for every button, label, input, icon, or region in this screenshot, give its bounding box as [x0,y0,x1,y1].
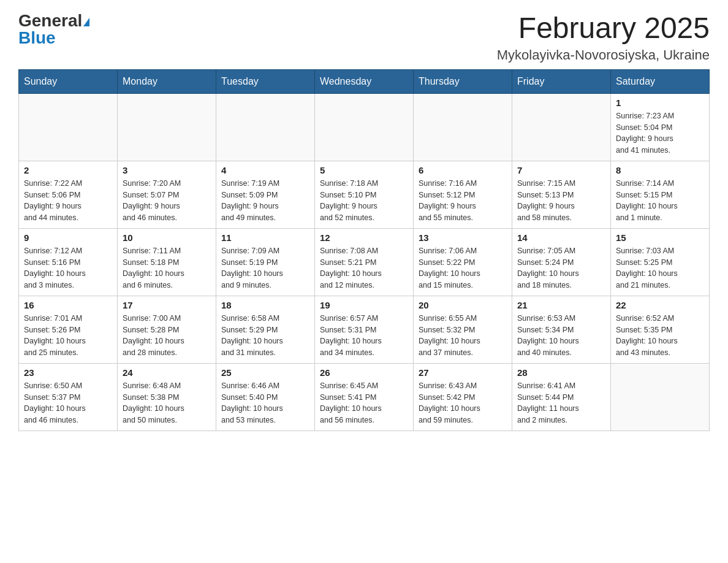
calendar-cell: 20Sunrise: 6:55 AM Sunset: 5:32 PM Dayli… [414,296,512,363]
day-number: 19 [320,300,408,310]
calendar-cell: 16Sunrise: 7:01 AM Sunset: 5:26 PM Dayli… [19,296,118,363]
day-info: Sunrise: 7:20 AM Sunset: 5:07 PM Dayligh… [123,178,211,224]
calendar-title: February 2025 [497,12,710,45]
calendar-cell: 22Sunrise: 6:52 AM Sunset: 5:35 PM Dayli… [611,296,710,363]
day-number: 11 [221,232,309,243]
day-info: Sunrise: 6:52 AM Sunset: 5:35 PM Dayligh… [616,313,704,359]
weekday-header-monday: Monday [118,69,216,93]
calendar-cell: 7Sunrise: 7:15 AM Sunset: 5:13 PM Daylig… [512,161,611,228]
header: General Blue February 2025 Mykolayivka-N… [18,12,710,63]
day-number: 14 [517,232,605,243]
day-info: Sunrise: 7:00 AM Sunset: 5:28 PM Dayligh… [123,313,211,359]
day-info: Sunrise: 7:19 AM Sunset: 5:09 PM Dayligh… [221,178,309,224]
calendar-week-4: 16Sunrise: 7:01 AM Sunset: 5:26 PM Dayli… [19,296,710,363]
day-number: 17 [123,300,211,310]
day-number: 5 [320,165,408,175]
logo-blue-text: Blue [18,29,89,47]
day-info: Sunrise: 6:50 AM Sunset: 5:37 PM Dayligh… [24,380,112,426]
logo: General Blue [18,12,89,47]
calendar-cell [216,93,315,161]
location-subtitle: Mykolayivka-Novorosiyska, Ukraine [497,47,710,63]
day-info: Sunrise: 6:58 AM Sunset: 5:29 PM Dayligh… [221,313,309,359]
day-number: 9 [24,232,112,243]
day-info: Sunrise: 6:43 AM Sunset: 5:42 PM Dayligh… [419,380,507,426]
weekday-header-saturday: Saturday [611,69,710,93]
day-info: Sunrise: 7:22 AM Sunset: 5:06 PM Dayligh… [24,178,112,224]
calendar-cell [19,93,118,161]
day-number: 28 [517,367,605,378]
calendar-cell: 11Sunrise: 7:09 AM Sunset: 5:19 PM Dayli… [216,228,315,296]
calendar-week-5: 23Sunrise: 6:50 AM Sunset: 5:37 PM Dayli… [19,363,710,431]
calendar-cell: 23Sunrise: 6:50 AM Sunset: 5:37 PM Dayli… [19,363,118,431]
calendar-cell: 8Sunrise: 7:14 AM Sunset: 5:15 PM Daylig… [611,161,710,228]
calendar-cell [611,363,710,431]
day-number: 26 [320,367,408,378]
calendar-cell: 17Sunrise: 7:00 AM Sunset: 5:28 PM Dayli… [118,296,216,363]
day-number: 22 [616,300,704,310]
day-number: 7 [517,165,605,175]
day-number: 3 [123,165,211,175]
calendar-week-1: 1Sunrise: 7:23 AM Sunset: 5:04 PM Daylig… [19,93,710,161]
day-info: Sunrise: 7:08 AM Sunset: 5:21 PM Dayligh… [320,245,408,291]
day-info: Sunrise: 7:18 AM Sunset: 5:10 PM Dayligh… [320,178,408,224]
calendar-cell: 18Sunrise: 6:58 AM Sunset: 5:29 PM Dayli… [216,296,315,363]
weekday-header-thursday: Thursday [414,69,512,93]
weekday-header-sunday: Sunday [19,69,118,93]
calendar-cell: 13Sunrise: 7:06 AM Sunset: 5:22 PM Dayli… [414,228,512,296]
calendar-cell: 26Sunrise: 6:45 AM Sunset: 5:41 PM Dayli… [315,363,414,431]
calendar-cell: 9Sunrise: 7:12 AM Sunset: 5:16 PM Daylig… [19,228,118,296]
calendar-cell: 21Sunrise: 6:53 AM Sunset: 5:34 PM Dayli… [512,296,611,363]
day-info: Sunrise: 6:53 AM Sunset: 5:34 PM Dayligh… [517,313,605,359]
day-info: Sunrise: 7:14 AM Sunset: 5:15 PM Dayligh… [616,178,704,224]
day-info: Sunrise: 7:03 AM Sunset: 5:25 PM Dayligh… [616,245,704,291]
calendar-cell [118,93,216,161]
day-info: Sunrise: 6:45 AM Sunset: 5:41 PM Dayligh… [320,380,408,426]
day-number: 4 [221,165,309,175]
day-info: Sunrise: 7:11 AM Sunset: 5:18 PM Dayligh… [123,245,211,291]
logo-general-text: General [18,12,89,29]
day-info: Sunrise: 7:09 AM Sunset: 5:19 PM Dayligh… [221,245,309,291]
calendar-cell: 14Sunrise: 7:05 AM Sunset: 5:24 PM Dayli… [512,228,611,296]
calendar-cell: 24Sunrise: 6:48 AM Sunset: 5:38 PM Dayli… [118,363,216,431]
day-number: 2 [24,165,112,175]
calendar-week-2: 2Sunrise: 7:22 AM Sunset: 5:06 PM Daylig… [19,161,710,228]
title-area: February 2025 Mykolayivka-Novorosiyska, … [497,12,710,63]
weekday-header-row: SundayMondayTuesdayWednesdayThursdayFrid… [19,69,710,93]
day-number: 13 [419,232,507,243]
day-number: 23 [24,367,112,378]
day-number: 25 [221,367,309,378]
day-number: 20 [419,300,507,310]
calendar-header: SundayMondayTuesdayWednesdayThursdayFrid… [19,69,710,93]
day-number: 8 [616,165,704,175]
calendar-cell: 15Sunrise: 7:03 AM Sunset: 5:25 PM Dayli… [611,228,710,296]
calendar-cell: 4Sunrise: 7:19 AM Sunset: 5:09 PM Daylig… [216,161,315,228]
calendar-week-3: 9Sunrise: 7:12 AM Sunset: 5:16 PM Daylig… [19,228,710,296]
weekday-header-friday: Friday [512,69,611,93]
calendar-cell: 27Sunrise: 6:43 AM Sunset: 5:42 PM Dayli… [414,363,512,431]
day-info: Sunrise: 7:16 AM Sunset: 5:12 PM Dayligh… [419,178,507,224]
day-number: 18 [221,300,309,310]
day-number: 10 [123,232,211,243]
day-number: 6 [419,165,507,175]
day-number: 16 [24,300,112,310]
calendar-cell [414,93,512,161]
day-number: 24 [123,367,211,378]
day-number: 27 [419,367,507,378]
calendar-cell: 10Sunrise: 7:11 AM Sunset: 5:18 PM Dayli… [118,228,216,296]
day-number: 21 [517,300,605,310]
calendar-cell: 12Sunrise: 7:08 AM Sunset: 5:21 PM Dayli… [315,228,414,296]
day-info: Sunrise: 7:15 AM Sunset: 5:13 PM Dayligh… [517,178,605,224]
day-info: Sunrise: 7:05 AM Sunset: 5:24 PM Dayligh… [517,245,605,291]
calendar-cell: 25Sunrise: 6:46 AM Sunset: 5:40 PM Dayli… [216,363,315,431]
calendar-body: 1Sunrise: 7:23 AM Sunset: 5:04 PM Daylig… [19,93,710,431]
weekday-header-tuesday: Tuesday [216,69,315,93]
calendar-cell: 1Sunrise: 7:23 AM Sunset: 5:04 PM Daylig… [611,93,710,161]
calendar-cell [512,93,611,161]
day-info: Sunrise: 6:55 AM Sunset: 5:32 PM Dayligh… [419,313,507,359]
day-info: Sunrise: 6:46 AM Sunset: 5:40 PM Dayligh… [221,380,309,426]
day-info: Sunrise: 7:23 AM Sunset: 5:04 PM Dayligh… [616,110,704,156]
day-info: Sunrise: 7:01 AM Sunset: 5:26 PM Dayligh… [24,313,112,359]
logo-triangle-icon [83,18,89,26]
day-info: Sunrise: 7:06 AM Sunset: 5:22 PM Dayligh… [419,245,507,291]
day-info: Sunrise: 6:48 AM Sunset: 5:38 PM Dayligh… [123,380,211,426]
